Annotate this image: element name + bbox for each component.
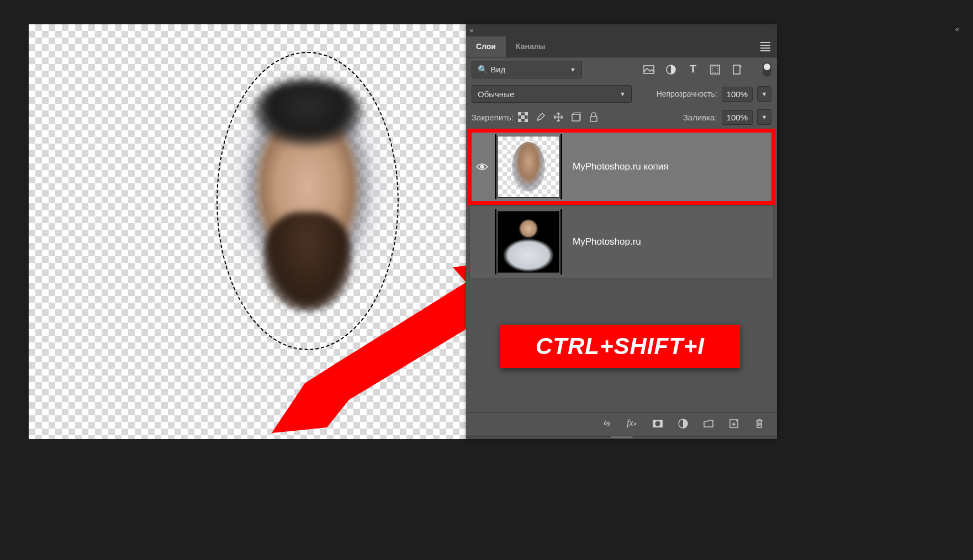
blend-mode-value: Обычные bbox=[478, 89, 514, 99]
mask-icon[interactable] bbox=[652, 418, 663, 429]
chevron-down-icon: ▼ bbox=[620, 91, 626, 97]
eye-icon bbox=[476, 162, 488, 171]
svg-rect-9 bbox=[521, 115, 525, 119]
svg-rect-13 bbox=[590, 117, 597, 121]
filter-image-icon[interactable] bbox=[643, 64, 654, 75]
lock-transparency-icon[interactable] bbox=[518, 112, 528, 122]
svg-rect-3 bbox=[711, 65, 720, 74]
delete-icon[interactable] bbox=[754, 418, 765, 429]
shortcut-banner: CTRL+SHIFT+I bbox=[500, 325, 740, 368]
marquee-selection bbox=[216, 52, 399, 350]
layer-row[interactable]: MyPhotoshop.ru bbox=[469, 205, 774, 278]
lock-artboard-icon[interactable] bbox=[571, 112, 581, 122]
expand-panels-icon[interactable]: « bbox=[955, 25, 966, 34]
layer-thumbnail[interactable] bbox=[498, 211, 559, 273]
opacity-label: Непрозрачность: bbox=[657, 89, 717, 98]
visibility-toggle[interactable] bbox=[470, 206, 494, 278]
svg-rect-5 bbox=[733, 65, 740, 74]
adjustment-icon[interactable] bbox=[678, 418, 689, 429]
tab-layers[interactable]: Слои bbox=[466, 36, 506, 57]
fill-value[interactable]: 100% bbox=[722, 110, 753, 125]
svg-rect-10 bbox=[518, 119, 521, 122]
filter-adjust-icon[interactable] bbox=[665, 64, 676, 75]
lock-move-icon[interactable] bbox=[553, 112, 563, 122]
svg-rect-4 bbox=[712, 67, 718, 72]
layers-footer: fx▾ bbox=[466, 412, 777, 435]
filter-toggle[interactable] bbox=[763, 62, 771, 77]
blend-mode-select[interactable]: Обычные ▼ bbox=[472, 85, 632, 103]
svg-point-16 bbox=[655, 421, 660, 426]
layer-thumbnail[interactable] bbox=[498, 136, 559, 198]
layers-list: MyPhotoshop.ru копия MyPhotoshop.ru bbox=[466, 128, 777, 412]
new-layer-icon[interactable] bbox=[728, 418, 739, 429]
fill-label: Заливка: bbox=[683, 113, 717, 122]
link-icon[interactable] bbox=[601, 418, 612, 429]
tab-channels[interactable]: Каналы bbox=[506, 36, 556, 57]
svg-rect-11 bbox=[525, 119, 528, 122]
lock-brush-icon[interactable] bbox=[536, 112, 546, 122]
chevron-down-icon: ▼ bbox=[570, 66, 576, 73]
svg-rect-7 bbox=[518, 112, 521, 115]
filter-smart-icon[interactable] bbox=[732, 64, 743, 75]
svg-point-14 bbox=[480, 165, 484, 169]
visibility-toggle[interactable] bbox=[470, 131, 494, 203]
layer-name[interactable]: MyPhotoshop.ru копия bbox=[563, 161, 679, 172]
close-icon[interactable]: × bbox=[469, 27, 474, 35]
panel-resize-grip[interactable] bbox=[466, 435, 777, 439]
fx-icon[interactable]: fx▾ bbox=[627, 418, 638, 429]
layer-filter-icons: T bbox=[643, 62, 771, 77]
filter-text-icon[interactable]: T bbox=[688, 64, 699, 75]
layer-name[interactable]: MyPhotoshop.ru bbox=[563, 236, 651, 247]
document-canvas[interactable] bbox=[29, 24, 466, 439]
lock-label: Закрепить: bbox=[472, 113, 514, 122]
svg-rect-8 bbox=[525, 112, 528, 115]
svg-rect-12 bbox=[572, 114, 580, 121]
panel-titlebar: × bbox=[466, 24, 777, 36]
opacity-value[interactable]: 100% bbox=[722, 87, 753, 102]
fill-chevron[interactable]: ▼ bbox=[757, 109, 771, 125]
panel-menu-button[interactable] bbox=[754, 40, 777, 53]
group-icon[interactable] bbox=[703, 418, 714, 429]
filter-shape-icon[interactable] bbox=[710, 64, 721, 75]
layer-filter-select[interactable]: 🔍 Вид ▼ bbox=[472, 61, 582, 78]
layer-row[interactable]: MyPhotoshop.ru копия bbox=[469, 130, 774, 203]
layers-panel: × Слои Каналы 🔍 Вид ▼ T bbox=[466, 24, 777, 439]
opacity-chevron[interactable]: ▼ bbox=[757, 86, 771, 102]
layer-filter-label: Вид bbox=[490, 65, 505, 74]
lock-all-icon[interactable] bbox=[589, 112, 599, 122]
panel-tabs: Слои Каналы bbox=[466, 36, 777, 57]
